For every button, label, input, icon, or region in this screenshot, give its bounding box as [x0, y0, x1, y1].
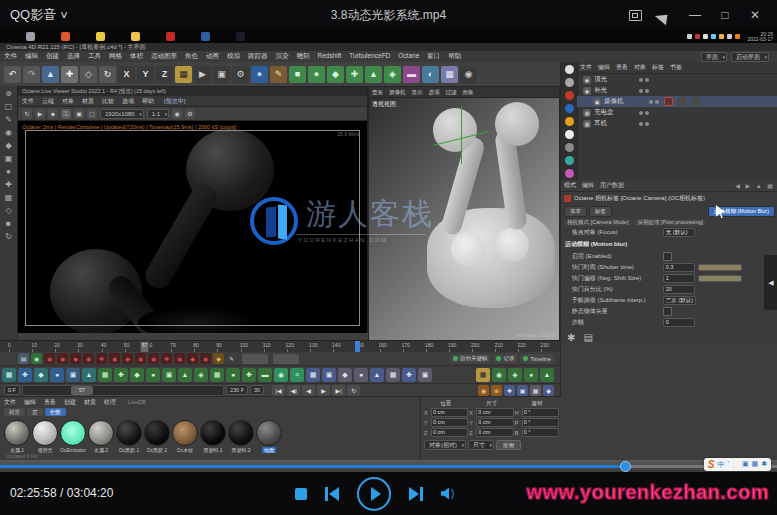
material-preview-ball[interactable] [200, 420, 226, 446]
rotation-field[interactable]: 0 ° [522, 408, 559, 417]
viewport-menu-item[interactable]: 面板 [460, 89, 477, 96]
parameter-checkbox[interactable] [663, 307, 672, 316]
parameter-value[interactable]: 1 [663, 274, 695, 283]
c4d-tool-icon[interactable]: ✚ [61, 66, 78, 83]
c4d-tool-icon[interactable]: Z [156, 66, 173, 83]
material-name[interactable]: Oc黑胶.2 [147, 447, 168, 453]
c4d-tool-icon[interactable]: Y [137, 66, 154, 83]
keyframe-record-icon[interactable]: ◉ [174, 353, 185, 364]
material-swatch[interactable]: 金属.1 [4, 420, 30, 453]
palette-tool-icon[interactable]: ▦ [5, 194, 13, 202]
layout-value-dropdown[interactable]: 启动界面 [731, 52, 769, 62]
keyframe-record-icon[interactable]: ◉ [83, 353, 94, 364]
transport-button[interactable]: ▶| [332, 385, 345, 396]
palette-icon[interactable]: ● [226, 368, 240, 382]
c4d-tool-icon[interactable]: ● [251, 66, 268, 83]
seek-bar-thumb[interactable] [620, 461, 631, 472]
live-viewer-menu-item[interactable]: 比较 [98, 97, 118, 106]
c4d-tool-icon[interactable]: ▲ [365, 66, 382, 83]
palette-tool-icon[interactable]: ● [6, 168, 11, 176]
attribute-menu-item[interactable]: 模式 [561, 181, 579, 190]
palette-icon[interactable]: ● [50, 368, 64, 382]
material-menu-item[interactable]: 编辑 [20, 398, 40, 407]
next-button[interactable] [409, 487, 423, 501]
live-viewer-menu-item[interactable]: 选项 [118, 97, 138, 106]
object-row[interactable]: ▦ 耳机 [577, 118, 777, 129]
palette-icon-right[interactable]: ▦ [476, 368, 490, 382]
palette-icon[interactable]: ▣ [66, 368, 80, 382]
object-tag-icon[interactable] [692, 97, 701, 106]
transport-button[interactable]: ▶ [317, 385, 330, 396]
material-preview-ball[interactable] [116, 420, 142, 446]
material-swatch[interactable]: Oc木纹 [172, 420, 198, 453]
c4d-menu-item[interactable]: 渲染 [272, 52, 293, 61]
resolution-dropdown[interactable]: 1920x1080 [100, 109, 144, 119]
close-button[interactable]: ✕ [747, 7, 763, 23]
viewport-menu-item[interactable]: 显示 [409, 89, 426, 96]
palette-tool-icon[interactable]: ✚ [5, 181, 12, 189]
frame-range-track[interactable]: 57 [22, 385, 224, 396]
palette-icon[interactable]: ◆ [130, 368, 144, 382]
material-preview-ball[interactable] [256, 420, 282, 446]
picture-icon[interactable]: ▢ [87, 109, 97, 119]
palette-icon[interactable]: ✚ [242, 368, 256, 382]
palette-icon[interactable]: ▦ [210, 368, 224, 382]
seek-bar[interactable] [0, 465, 777, 468]
c4d-tool-icon[interactable]: ↶ [4, 66, 21, 83]
keyframe-record-icon[interactable]: ◆ [213, 353, 224, 364]
volume-button[interactable]: ) [441, 488, 454, 500]
material-swatch[interactable]: Oc黑胶.2 [144, 420, 170, 453]
object-manager-menu-item[interactable]: 文件 [577, 63, 595, 72]
strip-icon[interactable] [565, 156, 574, 165]
palette-icon[interactable]: ▲ [178, 368, 192, 382]
object-name[interactable]: 补光 [594, 86, 628, 95]
palette-icon[interactable]: ◆ [338, 368, 352, 382]
parameter-value[interactable]: 0.3 [663, 263, 695, 272]
palette-icon[interactable]: ≡ [290, 368, 304, 382]
material-preview-ball[interactable] [4, 420, 30, 446]
palette-icon[interactable]: ● [146, 368, 160, 382]
palette-tool-icon[interactable]: ▢ [5, 103, 13, 111]
c4d-tool-icon[interactable]: ▲ [42, 66, 59, 83]
c4d-tool-icon[interactable]: ■ [289, 66, 306, 83]
c4d-menu-item[interactable]: 模拟 [223, 52, 244, 61]
coord-toolbar-icon[interactable]: ✚ [504, 385, 515, 396]
strip-icon[interactable] [565, 104, 574, 113]
object-row[interactable]: ▦ 充电盒 [577, 107, 777, 118]
c4d-tool-icon[interactable]: ↻ [99, 66, 116, 83]
material-tab[interactable]: 全部 [45, 408, 66, 416]
c4d-tool-icon[interactable]: ✎ [270, 66, 287, 83]
rotation-field[interactable]: 0 ° [522, 418, 559, 427]
c4d-menu-item[interactable]: 选择 [63, 52, 84, 61]
material-name[interactable]: Oc黑胶.1 [119, 447, 140, 453]
palette-tool-icon[interactable]: ■ [6, 220, 11, 228]
range-start[interactable]: 0 F [4, 385, 20, 395]
object-row[interactable]: ◉ 补光 [577, 85, 777, 96]
material-menu-item[interactable]: 查看 [40, 398, 60, 407]
c4d-menu-item[interactable]: 动画 [202, 52, 223, 61]
material-swatch[interactable]: 地面 [256, 420, 282, 453]
material-name[interactable]: 黑塑料.2 [231, 447, 250, 453]
palette-tool-icon[interactable]: ⊕ [5, 90, 12, 98]
object-manager-menu-item[interactable]: 对象 [631, 63, 649, 72]
palette-icon-right[interactable]: ▲ [540, 368, 554, 382]
material-tab[interactable]: 层 [27, 408, 43, 416]
object-manager-menu-item[interactable]: 编辑 [595, 63, 613, 72]
layout-label-dropdown[interactable]: 界面 [701, 52, 727, 62]
c4d-tool-icon[interactable]: ◐ [422, 66, 439, 83]
palette-icon[interactable]: ▲ [370, 368, 384, 382]
ime-icon[interactable]: 、 [732, 460, 739, 470]
record-toggle[interactable]: 记录 [493, 354, 517, 363]
c4d-tool-icon[interactable]: ⚙ [232, 66, 249, 83]
palette-icon-right[interactable]: ● [524, 368, 538, 382]
c4d-menu-item[interactable]: 跟踪器 [244, 52, 272, 61]
c4d-tool-icon[interactable]: X [118, 66, 135, 83]
object-name[interactable]: 充电盒 [594, 108, 628, 117]
settings-icon[interactable]: ⚙ [185, 109, 195, 119]
object-manager-menu-item[interactable]: 标签 [649, 63, 667, 72]
live-viewer-menu-item[interactable]: 对象 [58, 97, 78, 106]
material-swatch[interactable]: 金属.2 [88, 420, 114, 453]
record-toggle[interactable]: 自动关键帧 [450, 354, 491, 363]
strip-icon[interactable] [565, 117, 574, 126]
visibility-dots[interactable] [639, 78, 649, 82]
